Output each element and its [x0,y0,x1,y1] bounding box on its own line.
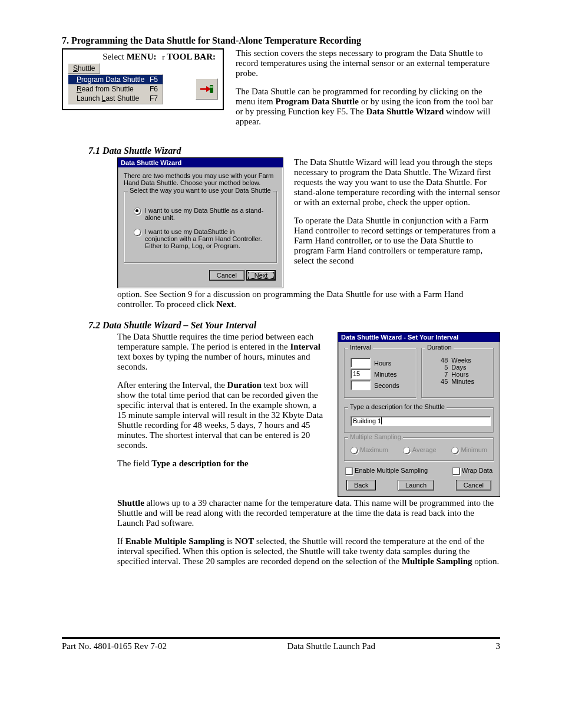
accel: F6 [150,85,158,93]
subheading-7-1: 7.1 Data Shuttle Wizard [88,146,500,156]
shuttle-dropdown: Program Data ShuttleF5 Read from Shuttle… [68,74,163,104]
shuttle-arrow-icon [199,83,214,95]
wizard2-titlebar: Data Shuttle Wizard - Set Your Interval [338,332,500,342]
wizard1-option-controller[interactable]: I want to use my DataShuttle in conjunct… [134,228,267,249]
wrap-data-checkbox[interactable]: Wrap Data [452,467,492,475]
description-groupbox: Type a description for the Shuttle Build… [344,407,494,433]
accel: F5 [150,75,158,84]
description-group-title: Type a description for the Shuttle [348,403,447,410]
menu-item-program[interactable]: Program Data ShuttleF5 [68,75,163,84]
para-72-below-b: If Enable Multiple Sampling is NOT selec… [117,536,500,566]
wizard1-next-button[interactable]: Next [246,270,276,281]
para-71a: The Data Shuttle Wizard will lead you th… [294,157,500,207]
multiple-sampling-groupbox: Multiple Sampling Maximum Average Minimu… [344,437,494,461]
wizard2-launch-button[interactable]: Launch [398,480,434,490]
wizard1-group-title: Select the way you want to use your Data… [128,187,273,194]
ms-opt-avg[interactable]: Average [403,446,436,454]
days-label: Days [451,364,487,371]
days-value: 5 [428,364,448,371]
minutes-row: 15 Minutes [351,369,410,379]
menu-item-launch[interactable]: Launch Last ShuttleF7 [68,94,163,103]
wizard-dialog-1: Data Shuttle Wizard There are two method… [117,157,283,288]
svg-rect-1 [210,86,213,88]
select-label: Select [103,52,126,61]
hours-input[interactable] [351,358,371,368]
duration-group-title: Duration [425,344,454,351]
description-input[interactable]: Building 1​ [351,416,491,426]
footer-mid: Data Shuttle Launch Pad [287,641,375,651]
menu-figure: Select MENU: r TOOL BAR: Shuttle Program… [62,48,224,110]
seconds-row: Seconds [351,380,410,390]
para-72c: The field Type a description for the [117,459,327,469]
hours-row: Hours [351,358,410,368]
para-72a: The Data Shuttle requires the time perio… [117,332,327,372]
page-footer: Part No. 4801-0165 Rev 7-02 Data Shuttle… [62,637,500,651]
section-heading: 7. Programming the Data Shuttle for Stan… [62,35,500,46]
option-label: I want to use my Data Shuttle as a stand… [145,207,267,221]
footer-left: Part No. 4801-0165 Rev 7-02 [62,641,167,651]
wizard2-cancel-button[interactable]: Cancel [456,480,491,490]
duration-groupbox: Duration 48Weeks 5Days 7Hours 45Minutes [421,348,494,398]
or-label: r [162,52,164,61]
radio-icon [134,207,141,215]
minutes-input[interactable]: 15 [351,369,371,379]
menu-word: MENU: [127,52,157,61]
ms-group-title: Multiple Sampling [348,433,403,440]
para-72b: After entering the Interval, the Duratio… [117,380,327,450]
seconds-label: Seconds [374,382,399,389]
para-71-continuation: option. See Section 9 for a discussion o… [117,289,500,309]
weeks-label: Weeks [451,357,487,364]
radio-icon [134,229,141,236]
minutes-label: Minutes [451,378,487,385]
minutes-value: 45 [428,378,448,385]
wizard1-option-standalone[interactable]: I want to use my Data Shuttle as a stand… [134,207,267,221]
ms-opt-min[interactable]: Minimum [451,446,487,454]
wizard1-titlebar: Data Shuttle Wizard [118,158,283,167]
menu-figure-header: Select MENU: r TOOL BAR: [68,52,218,63]
wizard-dialog-2: Data Shuttle Wizard - Set Your Interval … [338,332,500,497]
toolbar-word: TOOL BAR: [167,52,216,61]
accel: F7 [150,94,158,103]
shuttle-menu-button[interactable]: Shuttle [68,63,100,74]
ms-opt-max[interactable]: Maximum [351,446,388,454]
enable-ms-checkbox[interactable]: Enable Multiple Sampling [345,467,428,475]
menu-item-read[interactable]: Read from ShuttleF6 [68,84,163,94]
interval-group-title: Interval [348,344,373,351]
wizard2-back-button[interactable]: Back [346,480,376,490]
wizard1-intro: There are two methods you may use with y… [124,172,277,186]
para-72-below-a: Shuttle allows up to a 39 character name… [117,498,500,528]
intro-paragraph-2: The Data Shuttle can be programmed for r… [236,87,500,127]
interval-groupbox: Interval Hours 15 Minutes Seconds [344,348,416,398]
toolbar-icon-button[interactable] [196,78,218,100]
hours-label: Hours [374,360,391,367]
para-71b: To operate the Data Shuttle in conjuncti… [294,216,500,266]
weeks-value: 48 [428,357,448,364]
option-label: I want to use my DataShuttle in conjunct… [145,228,267,249]
wizard1-cancel-button[interactable]: Cancel [209,270,244,281]
minutes-label: Minutes [374,371,397,378]
seconds-input[interactable] [351,380,371,390]
wizard1-groupbox: Select the way you want to use your Data… [124,191,277,263]
hours-label: Hours [451,371,487,378]
hours-value: 7 [428,371,448,378]
footer-right: 3 [495,641,500,651]
subheading-7-2: 7.2 Data Shuttle Wizard – Set Your Inter… [88,320,500,331]
intro-paragraph-1: This section covers the steps necessary … [236,48,500,78]
